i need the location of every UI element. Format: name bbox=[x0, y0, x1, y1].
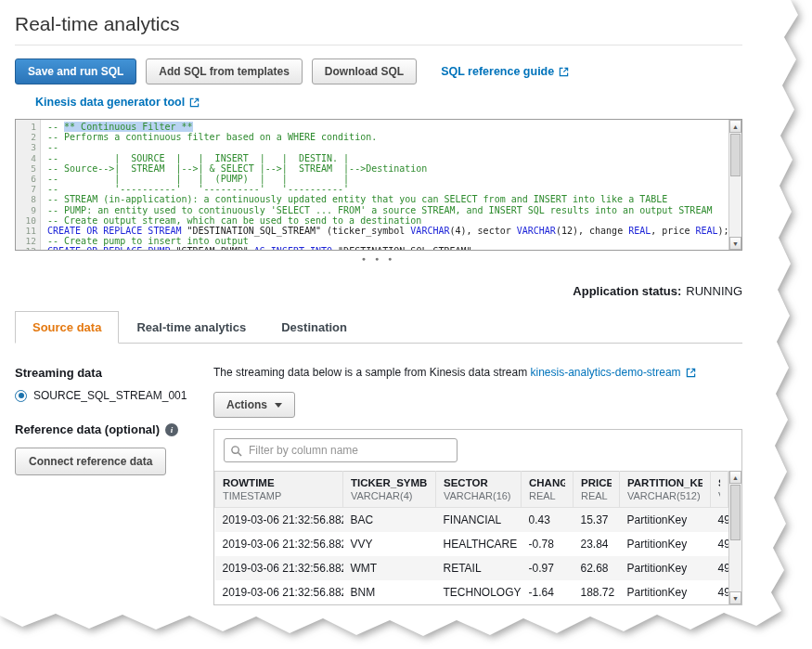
column-header[interactable]: SECTORVARCHAR(16) bbox=[436, 472, 522, 508]
add-sql-from-templates-button[interactable]: Add SQL from templates bbox=[146, 58, 302, 84]
table-cell: PartitionKey bbox=[620, 508, 711, 533]
table-cell: PartitionKey bbox=[620, 556, 711, 580]
sql-code[interactable]: -- ** Continuous Filter **-- Performs a … bbox=[41, 120, 728, 250]
table-cell: 23.84 bbox=[574, 532, 620, 556]
code-line: -- | | | (PUMP) | | | bbox=[47, 174, 728, 184]
scroll-up-icon[interactable]: ▲ bbox=[729, 471, 741, 484]
filter-input[interactable] bbox=[224, 438, 458, 462]
line-number: 4 bbox=[16, 153, 36, 163]
table-cell: WMT bbox=[343, 556, 436, 580]
download-sql-button[interactable]: Download SQL bbox=[312, 58, 417, 84]
page-content: Real-time analytics Save and run SQL Add… bbox=[0, 0, 754, 605]
table-cell: -0.97 bbox=[522, 556, 574, 580]
line-number: 1 bbox=[16, 122, 36, 132]
actions-label: Actions bbox=[226, 398, 267, 411]
sql-reference-guide-link[interactable]: SQL reference guide bbox=[441, 65, 569, 78]
external-link-icon bbox=[686, 368, 696, 378]
editor-scrollbar-thumb[interactable] bbox=[730, 134, 741, 176]
external-link-icon bbox=[189, 97, 200, 108]
actions-dropdown-button[interactable]: Actions bbox=[213, 392, 295, 418]
table-row: 2019-03-06 21:32:56.882BNMTECHNOLOGY-1.6… bbox=[215, 580, 728, 604]
table-cell: 15.37 bbox=[574, 508, 620, 533]
external-link-icon bbox=[559, 67, 569, 77]
editor-resize-handle[interactable]: ● ● ● bbox=[15, 255, 742, 262]
column-header[interactable]: CHANGEREAL bbox=[522, 472, 574, 508]
code-line: -- | SOURCE | | INSERT | | DESTIN. | bbox=[47, 153, 728, 163]
connect-reference-data-button[interactable]: Connect reference data bbox=[15, 448, 166, 475]
column-header[interactable]: ROWTIMETIMESTAMP bbox=[215, 472, 343, 508]
scroll-down-icon[interactable]: ▼ bbox=[729, 237, 741, 250]
table-row: 2019-03-06 21:32:56.882BACFINANCIAL0.431… bbox=[215, 508, 728, 533]
save-and-run-sql-button[interactable]: Save and run SQL bbox=[15, 58, 136, 84]
line-number: 6 bbox=[16, 174, 36, 184]
title-divider bbox=[15, 45, 742, 45]
table-cell: 0.43 bbox=[522, 508, 574, 533]
editor-scrollbar[interactable]: ▲ ▼ bbox=[728, 120, 741, 250]
sample-data-grid: ROWTIMETIMESTAMPTICKER_SYMBOLVARCHAR(4)S… bbox=[213, 429, 742, 605]
scroll-up-icon[interactable]: ▲ bbox=[729, 120, 741, 133]
table-cell: VVY bbox=[343, 532, 436, 556]
filter-row bbox=[214, 430, 741, 471]
search-icon bbox=[230, 445, 242, 457]
code-line: -- STREAM (in-application): a continuous… bbox=[47, 194, 728, 204]
streaming-data-label: Streaming data bbox=[15, 366, 199, 380]
table-scrollbar-thumb[interactable] bbox=[730, 485, 741, 540]
info-icon[interactable]: i bbox=[165, 423, 178, 436]
table-body: 2019-03-06 21:32:56.882BACFINANCIAL0.431… bbox=[215, 508, 728, 605]
table-cell: 495 bbox=[711, 508, 728, 533]
table-cell: BAC bbox=[343, 508, 436, 533]
kinesis-data-generator-link[interactable]: Kinesis data generator tool bbox=[35, 96, 200, 109]
status-value: RUNNING bbox=[686, 284, 742, 298]
stream-radio-option[interactable]: SOURCE_SQL_STREAM_001 bbox=[15, 389, 199, 402]
code-line: CREATE OR REPLACE STREAM "DESTINATION_SQ… bbox=[47, 226, 728, 236]
line-number: 2 bbox=[16, 132, 36, 142]
table-cell: 495 bbox=[711, 580, 728, 604]
column-header[interactable]: PRICEREAL bbox=[574, 472, 620, 508]
line-number: 5 bbox=[16, 163, 36, 174]
tab-destination[interactable]: Destination bbox=[264, 311, 365, 344]
sql-toolbar: Save and run SQL Add SQL from templates … bbox=[15, 58, 742, 84]
demo-stream-link-label: kinesis-analytics-demo-stream bbox=[531, 366, 681, 379]
scroll-down-icon[interactable]: ▼ bbox=[729, 591, 741, 604]
status-label: Application status: bbox=[573, 284, 681, 298]
code-line: CREATE OR REPLACE PUMP "STREAM_PUMP" AS … bbox=[47, 246, 728, 250]
table-cell: 62.68 bbox=[574, 556, 620, 580]
table-cell: 188.72 bbox=[574, 580, 620, 604]
table-cell: 495 bbox=[711, 556, 728, 580]
line-number: 11 bbox=[16, 226, 36, 236]
sql-editor[interactable]: 12345678910111213 -- ** Continuous Filte… bbox=[15, 119, 742, 251]
tab-source-data[interactable]: Source data bbox=[15, 311, 119, 344]
application-status: Application status:RUNNING bbox=[15, 284, 742, 298]
code-line: -- Create output stream, which can be us… bbox=[47, 215, 728, 226]
reference-data-row: Reference data (optional) i bbox=[15, 422, 199, 436]
column-header[interactable]: PARTITION_KEYVARCHAR(512) bbox=[620, 472, 711, 508]
tab-content: Streaming data SOURCE_SQL_STREAM_001 Ref… bbox=[15, 366, 742, 605]
table-cell: 2019-03-06 21:32:56.882 bbox=[215, 532, 343, 556]
caret-down-icon bbox=[275, 403, 282, 408]
secondary-toolbar: Kinesis data generator tool bbox=[35, 93, 754, 110]
code-line: -- PUMP: an entity used to continuously … bbox=[47, 205, 728, 215]
table-scrollbar[interactable]: ▲ ▼ bbox=[728, 471, 741, 604]
sample-description: The streaming data below is a sample fro… bbox=[213, 366, 742, 379]
table-cell: -0.78 bbox=[522, 532, 574, 556]
column-header[interactable]: TICKER_SYMBOLVARCHAR(4) bbox=[343, 472, 436, 508]
code-line: -- bbox=[47, 142, 728, 152]
stream-name-label: SOURCE_SQL_STREAM_001 bbox=[33, 389, 187, 402]
table-cell: TECHNOLOGY bbox=[436, 580, 522, 604]
code-line: -- Source-->| STREAM |-->| & SELECT |-->… bbox=[47, 163, 728, 174]
line-number: 3 bbox=[16, 142, 36, 152]
application-window: Real-time analytics Save and run SQL Add… bbox=[0, 0, 812, 649]
line-number: 7 bbox=[16, 184, 36, 194]
table-cell: -1.64 bbox=[522, 580, 574, 604]
line-number: 13 bbox=[16, 246, 36, 251]
table-row: 2019-03-06 21:32:56.882VVYHEALTHCARE-0.7… bbox=[215, 532, 728, 556]
source-config-panel: Streaming data SOURCE_SQL_STREAM_001 Ref… bbox=[15, 366, 199, 605]
code-line: -- Create pump to insert into output bbox=[47, 236, 728, 246]
table-wrap: ROWTIMETIMESTAMPTICKER_SYMBOLVARCHAR(4)S… bbox=[214, 471, 741, 604]
tab-real-time-analytics[interactable]: Real-time analytics bbox=[119, 311, 264, 344]
column-header[interactable]: SECVA bbox=[711, 472, 728, 508]
filter-field bbox=[224, 438, 458, 462]
torn-page-shadow: Real-time analytics Save and run SQL Add… bbox=[0, 0, 812, 649]
demo-stream-link[interactable]: kinesis-analytics-demo-stream bbox=[531, 366, 696, 379]
page-title: Real-time analytics bbox=[15, 13, 754, 35]
